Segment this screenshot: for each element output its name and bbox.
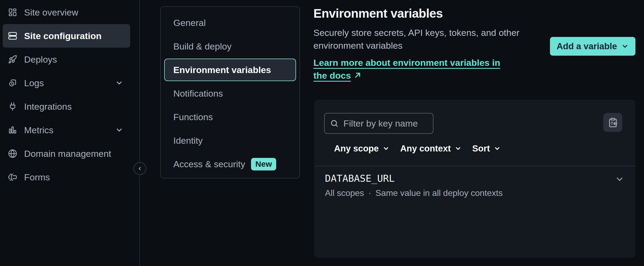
site-settings-page: Site overview Site configuration Deploys… xyxy=(0,0,644,266)
settings-nav-label: General xyxy=(173,18,206,28)
settings-nav-item-general[interactable]: General xyxy=(161,11,299,35)
panel-divider xyxy=(314,166,635,166)
globe-icon xyxy=(8,149,17,158)
sidebar-item-site-configuration[interactable]: Site configuration xyxy=(3,24,130,48)
sidebar-collapse-button[interactable] xyxy=(133,162,146,175)
search-icon xyxy=(330,119,339,128)
import-variables-button[interactable] xyxy=(603,113,622,132)
variable-scopes: All scopes xyxy=(325,188,364,198)
sidebar-item-label: Metrics xyxy=(24,125,54,135)
add-a-variable-button[interactable]: Add a variable xyxy=(550,37,635,56)
page-title: Environment variables xyxy=(313,6,443,21)
any-scope-label: Any scope xyxy=(334,143,379,154)
variable-contexts: Same value in all deploy contexts xyxy=(376,188,503,198)
any-scope-dropdown[interactable]: Any scope xyxy=(334,143,390,154)
any-context-label: Any context xyxy=(400,143,451,154)
clipboard-import-icon xyxy=(608,117,618,128)
settings-nav-label: Build & deploy xyxy=(173,41,231,52)
sort-label: Sort xyxy=(472,143,490,154)
settings-nav-item-access-security[interactable]: Access & security New xyxy=(161,152,299,176)
server-icon xyxy=(8,31,17,40)
sidebar-item-label: Forms xyxy=(24,172,50,183)
sidebar-item-deploys[interactable]: Deploys xyxy=(3,48,130,71)
sidebar: Site overview Site configuration Deploys… xyxy=(0,0,140,266)
sidebar-item-label: Site overview xyxy=(24,7,78,18)
chevron-down-icon xyxy=(115,79,123,87)
variable-meta: All scopes · Same value in all deploy co… xyxy=(325,188,503,198)
bar-chart-icon xyxy=(8,126,17,135)
chevron-down-icon xyxy=(621,43,629,50)
any-context-dropdown[interactable]: Any context xyxy=(400,143,462,154)
sidebar-item-domain-management[interactable]: Domain management xyxy=(3,142,130,165)
filter-by-key-name-input[interactable] xyxy=(343,118,428,129)
sidebar-item-label: Deploys xyxy=(24,54,57,65)
new-badge: New xyxy=(251,158,276,170)
filter-field xyxy=(324,113,433,134)
sidebar-item-label: Integrations xyxy=(24,101,72,112)
form-input-icon xyxy=(8,173,17,182)
docs-link[interactable]: Learn more about environment variables i… xyxy=(313,56,514,82)
variable-row[interactable]: DATABASE_URL All scopes · Same value in … xyxy=(325,173,624,198)
settings-nav-item-environment-variables[interactable]: Environment variables xyxy=(164,59,296,81)
settings-nav-label: Functions xyxy=(173,112,213,122)
sidebar-item-label: Site configuration xyxy=(24,31,102,41)
sidebar-item-integrations[interactable]: Integrations xyxy=(3,95,130,118)
chevron-down-icon xyxy=(115,126,123,134)
sidebar-item-forms[interactable]: Forms xyxy=(3,165,130,189)
settings-nav-item-identity[interactable]: Identity xyxy=(161,129,299,152)
settings-nav: General Build & deploy Environment varia… xyxy=(160,6,300,178)
meta-separator: · xyxy=(368,188,371,198)
chevron-down-icon[interactable] xyxy=(615,175,624,184)
variable-info: DATABASE_URL All scopes · Same value in … xyxy=(325,173,503,198)
rocket-icon xyxy=(8,55,17,64)
settings-nav-item-build-deploy[interactable]: Build & deploy xyxy=(161,35,299,58)
variables-panel: Any scope Any context Sort DATABASE_URL xyxy=(314,100,635,258)
settings-nav-label: Access & security xyxy=(173,159,245,169)
sort-dropdown[interactable]: Sort xyxy=(472,143,501,154)
sidebar-item-label: Logs xyxy=(24,78,44,88)
settings-nav-item-notifications[interactable]: Notifications xyxy=(161,82,299,105)
chevron-down-icon xyxy=(383,145,390,152)
logs-clock-icon xyxy=(8,78,17,88)
environment-variables-section: Environment variables Securely store sec… xyxy=(313,0,644,266)
settings-nav-label: Environment variables xyxy=(173,65,271,75)
sidebar-item-label: Domain management xyxy=(24,149,111,159)
settings-nav-label: Notifications xyxy=(173,88,223,99)
add-a-variable-label: Add a variable xyxy=(557,41,617,51)
grid-icon xyxy=(8,8,17,17)
variable-key: DATABASE_URL xyxy=(325,173,503,184)
sidebar-item-site-overview[interactable]: Site overview xyxy=(3,1,130,24)
sidebar-item-metrics[interactable]: Metrics xyxy=(3,118,130,142)
sidebar-item-logs[interactable]: Logs xyxy=(3,71,130,95)
chevron-down-icon xyxy=(455,145,462,152)
docs-link-label: Learn more about environment variables i… xyxy=(313,58,500,81)
chevron-left-icon xyxy=(137,166,143,172)
plug-icon xyxy=(8,102,17,111)
filter-toolbar: Any scope Any context Sort xyxy=(334,140,501,157)
external-link-arrow-icon xyxy=(354,71,362,79)
settings-nav-label: Identity xyxy=(173,135,203,146)
settings-nav-item-functions[interactable]: Functions xyxy=(161,105,299,129)
page-description: Securely store secrets, API keys, tokens… xyxy=(313,26,522,52)
chevron-down-icon xyxy=(494,145,501,152)
